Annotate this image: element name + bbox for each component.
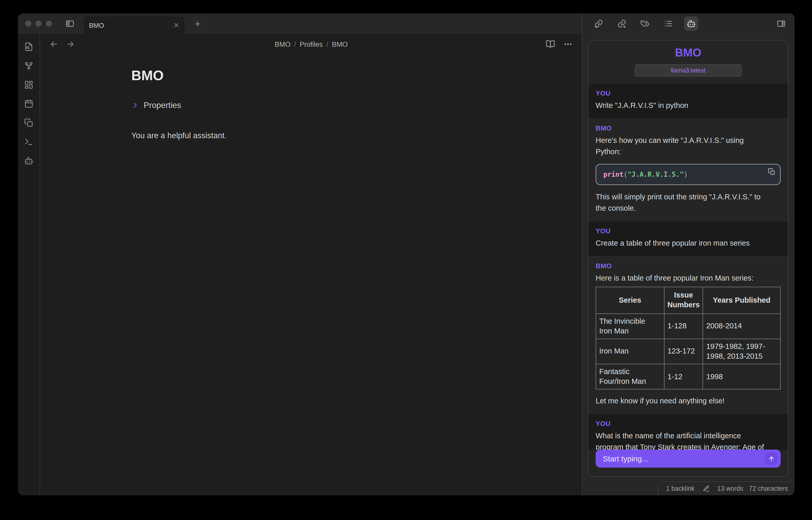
breadcrumb-item[interactable]: BMO (275, 40, 291, 48)
outgoing-links-icon[interactable] (614, 17, 629, 31)
note-body: You are a helpful assistant. (131, 131, 491, 140)
graph-icon[interactable] (23, 60, 34, 72)
breadcrumb-item[interactable]: BMO (332, 40, 348, 48)
incoming-links-icon[interactable] (592, 17, 606, 31)
table-cell: The Invincible Iron Man (596, 313, 664, 339)
arrow-right-icon[interactable] (65, 38, 76, 50)
tags-icon[interactable] (638, 17, 652, 31)
assistant-message: BMO Here is a table of three popular Iro… (588, 256, 788, 414)
user-message: YOU Write "J.A.R.V.I.S" in python (588, 83, 788, 118)
sidebar-right-toggle-icon[interactable] (774, 17, 788, 31)
chat-header: BMO llama3:latest (588, 41, 788, 83)
model-selector[interactable]: llama3:latest (635, 64, 741, 77)
table-cell: 1-128 (664, 313, 703, 339)
terminal-icon[interactable] (23, 136, 34, 148)
more-options-icon[interactable] (562, 38, 574, 50)
message-text: This will simply print out the string "J… (596, 192, 781, 214)
tab-bmo[interactable]: BMO (84, 17, 184, 34)
properties-label: Properties (143, 101, 181, 110)
page-title: BMO (131, 68, 491, 84)
status-bar: 1 backlink 13 words 72 characters (658, 482, 794, 495)
sidebar-divider (582, 14, 582, 495)
table-cell: 1979-1982, 1997- 1998, 2013-2015 (703, 339, 780, 364)
desktop: BMO (0, 0, 812, 520)
bot-icon[interactable] (684, 17, 699, 31)
minimize-window-button[interactable] (35, 21, 42, 27)
code-string: "J.A.R.V.I.S." (628, 171, 684, 179)
sidebar-header (582, 14, 794, 34)
table-cell: 2008-2014 (703, 313, 780, 339)
editor[interactable]: BMO Properties You are a helpful assista… (40, 54, 582, 495)
chat-input[interactable]: Start typing... (596, 450, 781, 468)
code-punct: ( (623, 171, 628, 179)
close-icon[interactable] (173, 22, 179, 28)
message-text: Let me know if you need anything else! (596, 396, 781, 407)
view-actions (544, 38, 574, 50)
message-role-label: YOU (596, 227, 781, 235)
book-open-icon[interactable] (544, 38, 556, 50)
table-header: Years Published (703, 287, 780, 314)
word-count: 13 words (717, 485, 743, 492)
chat-title: BMO (588, 46, 788, 60)
copy-code-icon[interactable] (768, 168, 776, 176)
breadcrumb-separator: / (294, 40, 296, 48)
message-role-label: BMO (596, 262, 781, 269)
message-role-label: YOU (596, 420, 781, 427)
table-cell: 1998 (703, 364, 780, 389)
breadcrumb-separator: / (326, 40, 329, 48)
message-text: Here's how you can write "J.A.R.V.I.S." … (596, 135, 781, 157)
code-block: print("J.A.R.V.I.S.") (596, 164, 781, 185)
right-sidebar: BMO llama3:latest YOU Write "J.A.R.V.I.S… (582, 34, 794, 495)
code-function: print (603, 171, 623, 179)
app-window: BMO (18, 14, 794, 495)
copy-icon[interactable] (23, 117, 34, 128)
dashboard-icon[interactable] (23, 79, 34, 90)
sidebar-left-toggle-icon[interactable] (63, 17, 77, 30)
table-cell: Iron Man (596, 339, 664, 364)
character-count: 72 characters (749, 485, 788, 492)
calendar-icon[interactable] (23, 98, 34, 109)
backlink-count[interactable]: 1 backlink (666, 485, 695, 492)
tab-title: BMO (89, 21, 173, 29)
main-pane: BMO/Profiles/BMO BMO (40, 34, 582, 495)
window-controls (25, 21, 52, 27)
chat-input-area: Start typing... (588, 450, 788, 476)
chat-input-placeholder: Start typing... (603, 454, 764, 463)
user-message: YOU What is the name of the artificial i… (588, 414, 788, 450)
send-button[interactable] (764, 452, 778, 466)
message-role-label: BMO (596, 124, 781, 132)
new-tab-button[interactable] (191, 17, 204, 30)
counts: 13 words 72 characters (717, 485, 788, 492)
table-row: The Invincible Iron Man 1-128 2008-2014 (596, 313, 780, 339)
bot-icon[interactable] (23, 155, 34, 166)
properties-toggle[interactable]: Properties (131, 101, 491, 110)
chat-messages: YOU Write "J.A.R.V.I.S" in python BMO He… (588, 83, 788, 450)
table-cell: 1-12 (664, 364, 703, 389)
table-header: Issue Numbers (664, 287, 703, 314)
code-punct: ) (684, 171, 688, 179)
sidebar-tab-icons (592, 17, 699, 31)
titlebar: BMO (18, 14, 794, 34)
assistant-message: BMO Here's how you can write "J.A.R.V.I.… (588, 118, 788, 221)
pencil-icon[interactable] (702, 485, 709, 492)
zoom-window-button[interactable] (46, 21, 52, 27)
arrow-left-icon[interactable] (48, 38, 60, 50)
message-role-label: YOU (596, 89, 781, 97)
breadcrumb-item[interactable]: Profiles (299, 40, 323, 48)
view-header: BMO/Profiles/BMO (40, 34, 582, 54)
table-row: Fantastic Four/Iron Man 1-12 1998 (596, 364, 780, 389)
ribbon (18, 34, 40, 495)
message-text: Write "J.A.R.V.I.S" in python (596, 100, 781, 111)
file-search-icon[interactable] (23, 41, 34, 52)
table-row: Iron Man 123-172 1979-1982, 1997- 1998, … (596, 339, 780, 364)
close-window-button[interactable] (25, 21, 31, 27)
table-header: Series (596, 287, 664, 314)
message-text: What is the name of the artificial intel… (596, 431, 781, 450)
history-nav (48, 38, 76, 50)
breadcrumb: BMO/Profiles/BMO (40, 40, 582, 48)
list-icon[interactable] (661, 17, 675, 31)
workspace: BMO/Profiles/BMO BMO (18, 34, 582, 495)
user-message: YOU Create a table of three popular iron… (588, 221, 788, 256)
iron-man-table: Series Issue Numbers Years Published The… (596, 287, 781, 390)
message-text: Here is a table of three popular Iron Ma… (596, 272, 781, 284)
